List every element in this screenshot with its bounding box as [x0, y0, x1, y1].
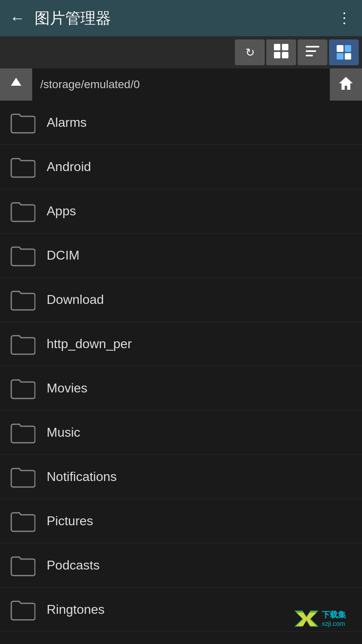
sort-icon	[306, 44, 319, 61]
folder-name: Apps	[47, 204, 76, 219]
svg-rect-6	[306, 55, 313, 56]
list-item[interactable]: Ringtones 下载集 xzji.com	[0, 588, 362, 632]
svg-marker-8	[339, 77, 353, 90]
folder-icon	[10, 464, 35, 490]
folder-name: Pictures	[47, 514, 93, 528]
list-item[interactable]: Download	[0, 278, 362, 322]
folder-icon	[10, 198, 35, 224]
list-item[interactable]: Alarms	[0, 101, 362, 145]
list-item[interactable]: Android	[0, 145, 362, 189]
list-item[interactable]: Pictures	[0, 499, 362, 543]
home-icon	[338, 75, 354, 94]
folder-name: Podcasts	[47, 558, 100, 573]
folder-name: http_down_per	[47, 336, 132, 351]
back-button[interactable]: ←	[10, 10, 25, 27]
folder-icon	[10, 243, 35, 268]
folder-name: Notifications	[47, 469, 117, 484]
app-title: 图片管理器	[35, 8, 111, 29]
folder-icon	[10, 331, 35, 357]
svg-rect-3	[282, 52, 288, 58]
toolbar: ↻	[0, 36, 362, 68]
svg-rect-2	[274, 52, 280, 58]
list-item[interactable]: Notifications	[0, 455, 362, 499]
watermark: 下载集 xzji.com	[294, 609, 346, 627]
up-directory-button[interactable]	[0, 68, 32, 101]
list-item[interactable]: Podcasts	[0, 543, 362, 588]
path-bar: /storage/emulated/0	[0, 68, 362, 101]
sort-button[interactable]	[298, 39, 327, 65]
list-item[interactable]: Movies	[0, 366, 362, 411]
list-item[interactable]: DCIM	[0, 233, 362, 278]
svg-rect-4	[306, 46, 319, 47]
folder-name: DCIM	[47, 248, 80, 263]
folder-icon	[10, 420, 35, 446]
folder-icon	[10, 154, 35, 180]
folder-icon	[10, 508, 35, 534]
folder-icon	[10, 376, 35, 401]
folder-name: Download	[47, 292, 104, 307]
grid-icon	[274, 44, 288, 61]
header: ← 图片管理器 ⋮	[0, 0, 362, 36]
folder-icon	[10, 553, 35, 578]
refresh-button[interactable]: ↻	[235, 39, 265, 65]
folder-icon	[10, 597, 35, 623]
file-list: Alarms Android Apps DCIM Download http_d…	[0, 101, 362, 644]
grid-view-button[interactable]	[266, 39, 296, 65]
list-item[interactable]: Apps	[0, 189, 362, 233]
folder-name: Movies	[47, 381, 87, 396]
svg-marker-10	[296, 613, 317, 626]
folder-name: Music	[47, 425, 80, 440]
svg-rect-1	[282, 44, 288, 50]
home-button[interactable]	[330, 68, 362, 101]
list-item[interactable]: http_down_per	[0, 322, 362, 366]
refresh-icon: ↻	[245, 46, 255, 59]
active-view-button[interactable]	[329, 39, 359, 65]
list-item[interactable]: Tencent	[0, 632, 362, 644]
folder-icon	[10, 287, 35, 313]
folder-icon	[10, 110, 35, 136]
svg-rect-0	[274, 44, 280, 50]
list-item[interactable]: Music	[0, 411, 362, 455]
more-options-button[interactable]: ⋮	[337, 10, 352, 27]
active-grid-icon	[337, 45, 351, 60]
folder-name: Ringtones	[47, 602, 105, 617]
folder-name: Android	[47, 159, 91, 174]
header-left: ← 图片管理器	[10, 8, 111, 29]
up-arrow-icon	[8, 75, 24, 94]
svg-rect-5	[306, 50, 316, 52]
svg-marker-7	[11, 78, 21, 86]
folder-icon	[10, 641, 35, 644]
current-path: /storage/emulated/0	[32, 78, 330, 91]
folder-name: Alarms	[47, 115, 87, 130]
